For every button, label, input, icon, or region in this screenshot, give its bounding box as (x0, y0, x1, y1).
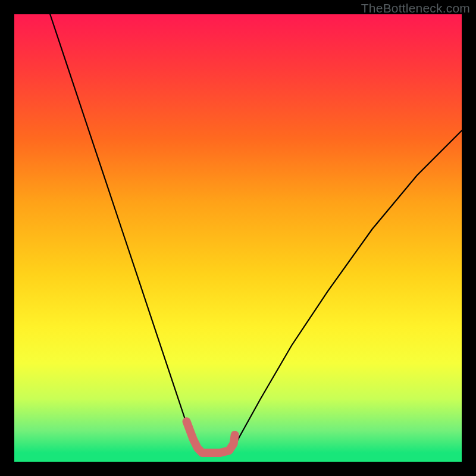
watermark-text: TheBottleneck.com (361, 1, 470, 15)
plot-area (14, 14, 462, 462)
highlight-segment (187, 421, 235, 453)
bottleneck-curve (50, 14, 462, 453)
chart-frame: TheBottleneck.com (0, 0, 476, 476)
curve-layer (14, 14, 462, 462)
